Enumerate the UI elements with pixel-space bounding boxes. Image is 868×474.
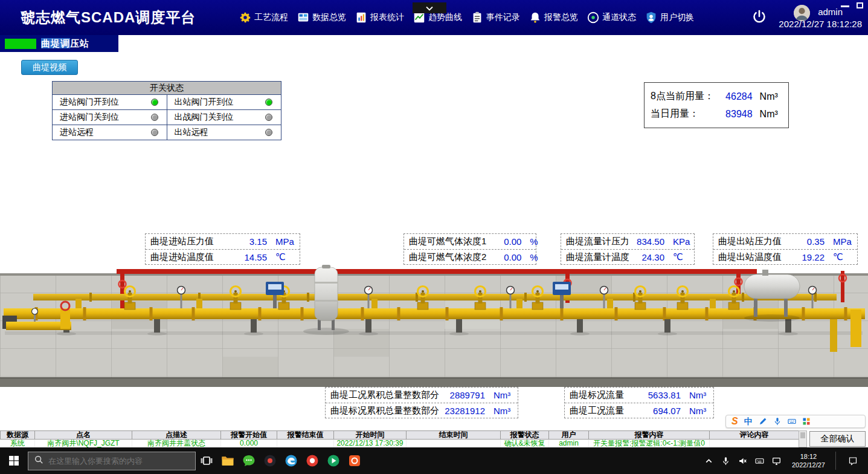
menu-item-event-log[interactable]: 事件记录 (471, 11, 520, 24)
station-name: 曲堤调压站 (41, 38, 89, 50)
action-center-button[interactable] (843, 447, 863, 474)
ime-mode-indicator[interactable]: 中 (744, 417, 753, 426)
dark-app-icon[interactable] (259, 447, 280, 474)
search-input[interactable] (48, 456, 190, 466)
menu-label: 用户切换 (660, 12, 694, 23)
alarm-cell-end-value (277, 440, 334, 448)
indicator-light (151, 114, 158, 121)
measure-value: 0.00 (486, 236, 521, 247)
trend-dropdown[interactable] (413, 2, 446, 13)
measure-value: 14.55 (232, 252, 267, 262)
usage-value: 83948 (725, 109, 753, 120)
orange-app-icon[interactable] (344, 447, 365, 474)
outlet-measure-panel: 曲堤出站压力值 0.35 MPa 曲堤出站温度值 19.22 ℃ (713, 233, 858, 265)
alarm-cell-comment (710, 440, 799, 448)
alarm-header-row: 数据源 点名 点描述 报警开始值 报警结束值 开始时间 结束时间 报警状态 用户… (1, 431, 799, 440)
switch-label: 出站阀门开到位 (175, 97, 266, 108)
indicator-light (265, 99, 272, 106)
menu-item-user-switch[interactable]: 用户切换 (645, 11, 694, 24)
tray-speaker-icon[interactable] (738, 456, 748, 466)
menu-item-process-flow[interactable]: 工艺流程 (239, 11, 288, 24)
indicator-light (151, 99, 158, 106)
taskbar-search[interactable] (28, 452, 196, 470)
alarm-col-start-time: 开始时间 (334, 431, 407, 440)
usage-row: 8点当前用量： 46284 Nm³ (651, 90, 782, 103)
switch-status-title: 开关状态 (53, 82, 281, 94)
station-name-selected: 曲堤调 (41, 38, 70, 48)
station-tab-bar: 曲堤调压站 (0, 35, 868, 52)
measure-row: 曲堤出站压力值 0.35 MPa (713, 234, 857, 249)
report-statistics-icon (355, 11, 368, 24)
alarm-table: 数据源 点名 点描述 报警开始值 报警结束值 开始时间 结束时间 报警状态 用户… (0, 430, 799, 447)
chat-app-icon[interactable] (238, 447, 259, 474)
red-app-icon[interactable] (301, 447, 323, 474)
alarm-col-end-value: 报警结束值 (277, 431, 334, 440)
station-status-swatch (5, 39, 36, 49)
menu-label: 报表统计 (370, 12, 404, 23)
measure-unit: MPa (267, 236, 295, 247)
menu-item-alarm-overview[interactable]: 报警总览 (529, 11, 578, 24)
switch-cell: 进站阀门开到位 (53, 95, 167, 109)
system-datetime: 2022/12/27 18:12:28 (779, 19, 862, 29)
switch-label: 进站阀门关到位 (60, 112, 151, 123)
menu-label: 数据总览 (312, 12, 346, 23)
menu-label: 通道状态 (602, 12, 636, 23)
scrollbar-thumb[interactable] (800, 432, 805, 438)
usage-unit: Nm³ (753, 109, 782, 120)
usage-row: 当日用量： 83948 Nm³ (651, 108, 782, 120)
pen-icon[interactable] (759, 417, 767, 426)
maximize-button[interactable] (857, 2, 863, 8)
sogou-logo-icon[interactable]: S (731, 417, 738, 426)
usage-label: 8点当前用量： (651, 90, 725, 103)
measure-unit: KPa (664, 236, 690, 247)
taskbar-clock[interactable]: 18:12 2022/12/27 (788, 452, 829, 470)
menu-item-channel-status[interactable]: 通道状态 (587, 11, 636, 24)
file-explorer-icon[interactable] (217, 447, 238, 474)
keyboard-icon[interactable] (788, 417, 796, 426)
tray-network-icon[interactable] (771, 456, 782, 466)
start-button[interactable] (0, 447, 28, 474)
switch-label: 进站远程 (60, 127, 151, 138)
measure-label: 曲堤出站压力值 (718, 236, 789, 247)
measure-row: 曲堤进站温度值 14.55 ℃ (146, 249, 300, 264)
alarm-col-status: 报警状态 (501, 431, 549, 440)
header-bar: 虢志燃气SCADA调度平台 工艺流程 数据总览 报表统计 (0, 0, 868, 35)
video-button[interactable]: 曲堤视频 (21, 60, 78, 75)
usage-label: 当日用量： (651, 108, 725, 120)
menu-item-data-overview[interactable]: 数据总览 (297, 11, 346, 24)
minimize-button[interactable] (841, 5, 849, 7)
alarm-zone: 数据源 点名 点描述 报警开始值 报警结束值 开始时间 结束时间 报警状态 用户… (0, 430, 868, 447)
media-player-icon[interactable] (323, 447, 344, 474)
menu-item-report-statistics[interactable]: 报表统计 (355, 11, 404, 24)
window-controls (841, 2, 863, 8)
tray-chevron-up-icon[interactable] (704, 456, 714, 466)
toolbox-icon[interactable] (802, 417, 811, 426)
tray-keyboard-icon[interactable] (754, 456, 765, 466)
taskbar-time: 18:12 (792, 452, 825, 461)
flow-rate-panel: 曲堤标况流量 5633.81 Nm³ 曲堤工况流量 694.07 Nm³ (564, 387, 714, 418)
alarm-col-content: 报警内容 (589, 431, 710, 440)
windows-taskbar: 18:12 2022/12/27 (0, 447, 868, 474)
measure-value: 0.35 (789, 236, 825, 247)
alarm-scrollbar[interactable] (799, 430, 807, 447)
channel-status-icon (587, 11, 600, 24)
measure-unit: ℃ (267, 252, 295, 262)
usage-panel: 8点当前用量： 46284 Nm³ 当日用量： 83948 Nm³ (644, 82, 789, 128)
switch-label: 出战阀门关到位 (175, 112, 266, 123)
menu-label: 趋势曲线 (428, 12, 462, 23)
confirm-all-button[interactable]: 全部确认 (809, 431, 866, 447)
system-tray: 18:12 2022/12/27 (699, 447, 868, 474)
alarm-col-source: 数据源 (1, 431, 35, 440)
power-button[interactable] (750, 8, 768, 27)
tray-microphone-icon[interactable] (721, 456, 731, 466)
task-view-button[interactable] (196, 447, 217, 474)
edge-browser-icon[interactable] (280, 447, 301, 474)
measure-unit: % (521, 252, 538, 262)
totalizer-panel: 曲堤工况累积总量整数部分 2889791 Nm³ 曲堤标况累积总量整数部分 23… (325, 387, 518, 418)
microphone-icon[interactable] (773, 417, 782, 426)
alarm-overview-icon (529, 11, 542, 24)
measure-label: 曲堤出站温度值 (718, 252, 789, 263)
measure-row: 曲堤标况流量 5633.81 Nm³ (565, 388, 713, 403)
alarm-row[interactable]: 系统 南齐阀井\NQFJ_JGZT 南齐阀井井盖状态 0.000 2022/12… (1, 440, 799, 448)
station-tab-qudi[interactable]: 曲堤调压站 (0, 35, 118, 52)
